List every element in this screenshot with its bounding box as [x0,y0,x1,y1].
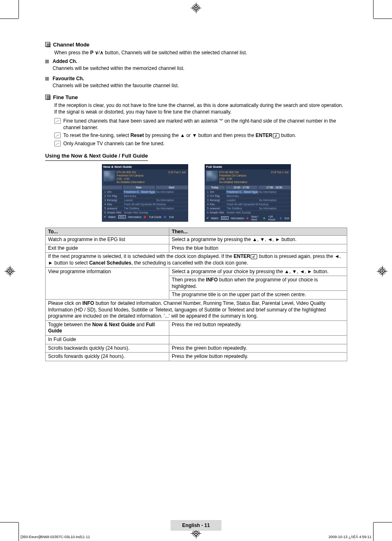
panel-now-next-guide: Now & Next Guide DTV Air 800 1fm Freshme… [102,164,188,222]
guide-row: 3Kerrang!LoadedNo Information [205,198,291,202]
table-header-to: To... [46,228,169,236]
enter-icon [251,254,257,259]
enter-icon: ↲ [206,216,209,220]
text-favourite-ch: Channels will be switched within the fav… [53,82,179,89]
guide-row: 11fmFreshmen O.. Street Hypn..No Informa… [102,190,188,194]
panel-title: Full Guide [205,164,291,169]
text-fine-tune-para: If the reception is clear, you do not ha… [54,102,347,115]
table-row: View programme information Select a prog… [46,267,347,276]
grey-square-bullet-icon [45,77,49,81]
table-note-row: If the next programme is selected, it is… [46,253,347,267]
note-icon [54,132,61,138]
info-icon: INFO [118,215,126,218]
guide-row: 3Kerrang!LoadedNo Information [102,198,188,202]
guide-row: 4KissFresh 40 with Dynamite MCKisstory [102,202,188,206]
note-icon [54,118,61,124]
instruction-table: To... Then... Watch a programme in the E… [45,228,347,361]
page-footer: English - 11 [0,520,392,531]
guide-screenshots: Now & Next Guide DTV Air 800 1fm Freshme… [45,164,347,222]
meta-timestamp: 2009-10-13 ¿ÀÈÄ 4:59:11 [328,535,371,539]
guide-row: 5onewordThe DistilleryNo Information [102,206,188,210]
enter-icon: ↲ [104,215,106,218]
blue-dot-icon [280,217,281,219]
panel-full-guide: Full Guide DTV Air 800 1fm Freshmen On C… [205,164,291,222]
table-row: Scrolls backwards quickly (24 hours). Pr… [46,344,347,353]
guide-row: 2ITV PlayMint Extra [205,194,291,198]
enter-icon [273,133,279,138]
green-dot-icon [263,217,265,219]
down-caret-icon: ∨ [95,50,99,56]
heading-fine-tune: Fine Tune [45,94,347,100]
print-meta-line: [350-Eeuro]BN68-02357C-03L10.ind11 11 20… [21,535,371,539]
info-icon: INFO [221,216,228,220]
up-caret-icon: ∧ [100,50,104,56]
page-number-badge: English - 11 [171,520,221,531]
thumbnail-icon [104,171,115,181]
text-fine-tune-note3: Only Analogue TV channels can be fine tu… [63,140,165,147]
registration-mark-icon [378,267,386,275]
registration-mark-icon [6,267,14,275]
table-row: Toggle between the Now & Next Guide and … [46,320,347,335]
square-bullet-icon [45,95,50,100]
guide-row: 11fmFreshmen O.. Street Hypn..No Informa… [205,190,291,194]
guide-row: 2ITV PlayMint Extra [102,194,188,198]
blue-dot-icon [164,216,166,218]
label-p-button: P [90,50,95,56]
table-row: Scrolls forwards quickly (24 hours). Pre… [46,353,347,361]
table-row: Watch a programme in the EPG list Select… [46,236,347,244]
guide-row: 4KissFresh 40 with Dynamite MCKisstory [205,202,291,206]
heading-guide-usage: Using the Now & Next Guide / Full Guide [45,153,148,161]
heading-added-ch: Added Ch. [53,58,184,64]
guide-row: 6Smash Hits!Smash Hits! Sunday [205,210,291,214]
heading-favourite-ch: Favourite Ch. [53,76,179,81]
panel-title: Now & Next Guide [102,164,188,169]
square-bullet-icon [45,42,50,47]
guide-row: 6Smash Hits!Smash Hits! Sunday [102,210,188,214]
table-row: In Full Guide [46,335,347,344]
meta-filename: [350-Eeuro]BN68-02357C-03L10.ind11 11 [21,535,90,539]
guide-row: 5onewordThe DistilleryNo Information [205,206,291,210]
text-channel-mode-desc: When press the P ∨/∧ button, Channels wi… [54,49,347,56]
red-dot-icon [247,217,248,219]
guide-rows: 11fmFreshmen O.. Street Hypn..No Informa… [102,190,188,214]
table-row: Exit the guide Press the blue button [46,244,347,253]
text-added-ch: Channels will be switched within the mem… [53,65,184,72]
text-fine-tune-note2: To reset the fine-tuning, select Reset b… [63,132,296,139]
thumbnail-icon [206,171,218,181]
guide-rows: 11fmFreshmen O.. Street Hypn..No Informa… [205,190,291,214]
table-note-row: Please click on INFO button for detailed… [46,299,347,320]
red-dot-icon [144,216,146,218]
registration-mark-icon [192,4,200,12]
text-fine-tune-note1: Fine tuned channels that have been saved… [63,118,347,131]
heading-channel-mode: Channel Mode [45,42,347,48]
table-header-then: Then... [169,228,347,236]
grey-square-bullet-icon [45,60,49,63]
note-icon [54,141,61,146]
